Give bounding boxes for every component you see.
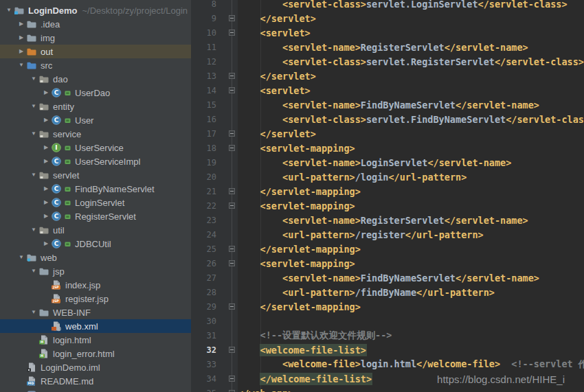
collapse-arrow-icon[interactable]: ▼: [29, 223, 38, 237]
fold-marker-icon[interactable]: [229, 145, 235, 151]
code-line-8[interactable]: 8 <servlet-class>servlet.LoginServlet</s…: [191, 0, 584, 11]
fold-marker-icon[interactable]: [229, 246, 235, 252]
code-line-12[interactable]: 12 <servlet-class>servlet.RegisterServle…: [191, 54, 584, 69]
tree-item-userserviceimpl[interactable]: ▶CUserServiceImpl: [0, 154, 191, 168]
tree-item-userservice[interactable]: ▶IUserService: [0, 141, 191, 154]
collapse-arrow-icon[interactable]: ▼: [29, 100, 38, 113]
collapse-arrow-icon[interactable]: ▼: [16, 58, 26, 72]
code-text[interactable]: </servlet>: [238, 13, 316, 24]
code-line-32[interactable]: 32 <welcome-file-list>: [191, 343, 584, 357]
code-text[interactable]: <url-pattern>/login</url-pattern>: [238, 172, 467, 183]
code-text[interactable]: <servlet>: [238, 85, 311, 96]
code-line-23[interactable]: 23 <servlet-name>RegisterServlet</servle…: [191, 213, 584, 227]
expand-arrow-icon[interactable]: ▶: [41, 182, 51, 196]
code-line-16[interactable]: 16 <servlet-class>servlet.FindByNameServ…: [191, 112, 584, 126]
expand-arrow-icon[interactable]: ▶: [41, 154, 51, 168]
fold-marker-icon[interactable]: [229, 87, 235, 93]
code-text[interactable]: <servlet>: [238, 27, 311, 38]
editor-panel[interactable]: 8 <servlet-class>servlet.LoginServlet</s…: [191, 0, 584, 392]
expand-arrow-icon[interactable]: ▶: [41, 86, 51, 100]
collapse-arrow-icon[interactable]: ▼: [29, 127, 38, 141]
expand-arrow-icon[interactable]: ▶: [41, 237, 51, 251]
tree-item-web-xml[interactable]: web.xml: [0, 319, 191, 333]
tree-item-dao[interactable]: ▼dao: [0, 72, 191, 86]
tree-item-registerservlet[interactable]: ▶CRegisterServlet: [0, 209, 191, 223]
tree-item-entity[interactable]: ▼entity: [0, 100, 191, 113]
code-text[interactable]: <servlet-mapping>: [238, 200, 355, 211]
collapse-arrow-icon[interactable]: ▼: [4, 3, 14, 17]
tree-item-service[interactable]: ▼service: [0, 127, 191, 141]
code-text[interactable]: </welcome-file-list>: [238, 373, 372, 384]
tree-item-index-jsp[interactable]: JSPindex.jsp: [0, 278, 191, 292]
code-text[interactable]: <url-pattern>/register</url-pattern>: [238, 229, 484, 240]
code-text[interactable]: </servlet>: [238, 71, 316, 82]
tree-item-logindemo[interactable]: ▼LoginDemo~/Desktop/zy/project/Login: [0, 3, 191, 17]
code-line-25[interactable]: 25 </servlet-mapping>: [191, 242, 584, 256]
fold-marker-icon[interactable]: [229, 188, 235, 194]
expand-arrow-icon[interactable]: ▶: [41, 141, 51, 154]
fold-marker-icon[interactable]: [229, 303, 235, 310]
code-line-19[interactable]: 19 <servlet-name>LoginServlet</servlet-n…: [191, 155, 584, 170]
tree-item-out[interactable]: ▶out: [0, 45, 191, 58]
code-text[interactable]: <servlet-name>FindByNameServlet</servlet…: [238, 273, 539, 284]
tree-item-jsp[interactable]: ▼jsp: [0, 264, 191, 278]
code-text[interactable]: <servlet-mapping>: [238, 143, 355, 154]
code-text[interactable]: <servlet-class>servlet.LoginServlet</ser…: [238, 0, 568, 10]
tree-item-userdao[interactable]: ▶CUserDao: [0, 86, 191, 100]
code-line-18[interactable]: 18 <servlet-mapping>: [191, 141, 584, 155]
code-line-9[interactable]: 9 </servlet>: [191, 11, 584, 25]
fold-marker-icon[interactable]: [229, 15, 235, 21]
code-text[interactable]: </servlet>: [238, 128, 316, 139]
expand-arrow-icon[interactable]: ▶: [16, 17, 26, 31]
collapse-arrow-icon[interactable]: ▼: [29, 305, 38, 319]
code-text[interactable]: <!--设置默认欢迎文件规则-->: [238, 330, 392, 342]
tree-item-user[interactable]: ▶CUser: [0, 113, 191, 127]
code-line-13[interactable]: 13 </servlet>: [191, 69, 584, 83]
code-text[interactable]: </web-app>: [238, 388, 293, 392]
code-text[interactable]: </servlet-mapping>: [238, 301, 361, 312]
fold-marker-icon[interactable]: [229, 203, 235, 209]
tree-item-src[interactable]: ▼src: [0, 58, 191, 72]
code-line-22[interactable]: 22 <servlet-mapping>: [191, 198, 584, 213]
tree-item-img[interactable]: ▶img: [0, 31, 191, 45]
code-text[interactable]: <welcome-file-list>: [238, 345, 366, 356]
code-line-35[interactable]: 35</web-app>: [191, 386, 584, 392]
code-text[interactable]: </servlet-mapping>: [238, 186, 361, 197]
tree-item-findbynameservlet[interactable]: ▶CFindByNameServlet: [0, 182, 191, 196]
code-line-11[interactable]: 11 <servlet-name>RegisterServlet</servle…: [191, 40, 584, 54]
expand-arrow-icon[interactable]: ▶: [16, 388, 26, 392]
code-line-17[interactable]: 17 </servlet>: [191, 126, 584, 141]
code-text[interactable]: <servlet-name>RegisterServlet</servlet-n…: [238, 42, 528, 53]
fold-marker-icon[interactable]: [229, 376, 235, 382]
tree-item-loginservlet[interactable]: ▶CLoginServlet: [0, 196, 191, 209]
code-text[interactable]: <servlet-class>servlet.FindByNameServlet…: [238, 114, 584, 125]
tree-item-logindemo-iml[interactable]: LoginDemo.iml: [0, 360, 191, 374]
fold-marker-icon[interactable]: [229, 260, 235, 266]
code-line-20[interactable]: 20 <url-pattern>/login</url-pattern>: [191, 170, 584, 184]
tree-item-login-html[interactable]: Hlogin.html: [0, 333, 191, 347]
code-text[interactable]: <servlet-class>servlet.RegisterServlet</…: [238, 56, 584, 67]
fold-marker-icon[interactable]: [229, 30, 235, 36]
code-line-31[interactable]: 31 <!--设置默认欢迎文件规则-->: [191, 328, 584, 343]
code-text[interactable]: <servlet-name>FindByNameServlet</servlet…: [238, 100, 539, 111]
tree-item-jdbcutil[interactable]: ▶CJDBCUtil: [0, 237, 191, 251]
tree-item-readme-md[interactable]: MDREADME.md: [0, 374, 191, 388]
collapse-arrow-icon[interactable]: ▼: [16, 251, 26, 264]
tree-item-idea[interactable]: ▶.idea: [0, 17, 191, 31]
code-line-33[interactable]: 33 <welcome-file>login.html</welcome-fil…: [191, 357, 584, 371]
expand-arrow-icon[interactable]: ▶: [41, 209, 51, 223]
code-line-24[interactable]: 24 <url-pattern>/register</url-pattern>: [191, 227, 584, 242]
collapse-arrow-icon[interactable]: ▼: [29, 72, 38, 86]
code-text[interactable]: <welcome-file>login.html</welcome-file> …: [238, 358, 584, 371]
code-line-26[interactable]: 26 <servlet-mapping>: [191, 256, 584, 270]
tree-item-external-libraries[interactable]: ▶External Libraries: [0, 388, 191, 392]
code-line-30[interactable]: 30: [191, 314, 584, 328]
fold-marker-icon[interactable]: [229, 73, 235, 79]
code-text[interactable]: <servlet-name>RegisterServlet</servlet-n…: [238, 215, 528, 226]
fold-marker-icon[interactable]: [229, 130, 235, 137]
code-line-14[interactable]: 14 <servlet>: [191, 83, 584, 97]
expand-arrow-icon[interactable]: ▶: [41, 113, 51, 127]
tree-item-util[interactable]: ▼util: [0, 223, 191, 237]
fold-marker-icon[interactable]: [229, 347, 235, 353]
expand-arrow-icon[interactable]: ▶: [41, 196, 51, 209]
